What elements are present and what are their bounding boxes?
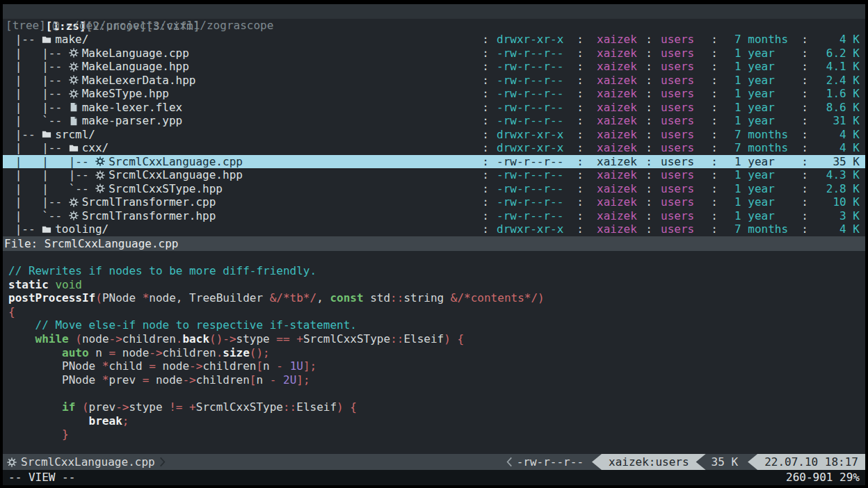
file-size: 8.6 K	[812, 101, 865, 115]
tree-branch: | `--	[8, 114, 69, 128]
tree-branch: |--	[8, 128, 42, 142]
file-name: SrcmlCxxSType.hpp	[108, 182, 223, 196]
column-separator: :	[694, 155, 734, 169]
file-owner: xaizek	[597, 114, 637, 128]
file-group: users	[661, 141, 694, 155]
column-separator: :	[474, 141, 497, 155]
file-name: make-parser.ypp	[82, 114, 183, 128]
file-name: tooling/	[55, 222, 108, 236]
column-separator: :	[474, 33, 497, 47]
file-size: 4 K	[812, 141, 865, 155]
preview-pane[interactable]: // Rewrites if nodes to be more diff-fri…	[3, 251, 865, 454]
vifm-path-line: [tree] @ ~/dev/projects/cxx11/zograscope	[3, 19, 865, 33]
file-owner: xaizek	[597, 182, 637, 196]
file-group: users	[661, 87, 694, 101]
file-mtime: 1 year	[734, 168, 797, 182]
column-separator: :	[474, 182, 497, 196]
file-owner: xaizek	[597, 195, 637, 209]
file-row[interactable]: | |-- MakeLexerData.hpp:-rw-r--r--:xaize…	[3, 74, 865, 88]
file-row[interactable]: | |-- cxx/:drwxr-xr-x:xaizek:users:7 mon…	[3, 141, 865, 155]
file-permissions: -rw-r--r--	[497, 101, 563, 115]
file-mtime: 1 year	[734, 47, 797, 60]
column-separator: :	[563, 101, 597, 115]
chevron-right-icon	[159, 457, 166, 467]
column-separator: :	[797, 182, 812, 196]
column-separator: :	[563, 168, 597, 182]
file-mtime: 1 year	[734, 60, 797, 74]
column-separator: :	[694, 33, 734, 47]
file-row[interactable]: | |-- MakeSType.hpp:-rw-r--r--:xaizek:us…	[3, 87, 865, 101]
column-separator: :	[637, 128, 661, 142]
file-row[interactable]: | | `-- SrcmlCxxSType.hpp:-rw-r--r--:xai…	[3, 182, 865, 196]
file-group: users	[661, 195, 694, 209]
column-separator: :	[797, 33, 812, 47]
file-name: MakeLanguage.hpp	[82, 60, 189, 74]
file-name: SrcmlCxxLanguage.hpp	[108, 168, 243, 182]
column-separator: :	[637, 74, 661, 88]
file-mtime: 1 year	[734, 155, 797, 169]
column-separator: :	[474, 101, 497, 115]
chevron-left-icon	[506, 457, 513, 467]
cpp-icon	[7, 457, 17, 467]
file-owner: xaizek	[597, 155, 637, 169]
file-name: srcml/	[55, 128, 95, 142]
doc-icon	[69, 102, 82, 112]
file-permissions: -rw-r--r--	[497, 209, 563, 223]
file-group: users	[661, 33, 694, 47]
column-separator: :	[797, 128, 812, 142]
tree-branch: |--	[8, 222, 42, 236]
code-line: PNode *prev = node->children[n - 2U];	[8, 373, 865, 387]
column-separator: :	[637, 101, 661, 115]
file-size: 4 K	[812, 222, 865, 236]
file-owner: xaizek	[597, 47, 637, 60]
status-perms: -rw-r--r--	[513, 454, 592, 470]
file-mtime: 1 year	[734, 87, 797, 101]
file-group: users	[661, 155, 694, 169]
tree-branch: | |--	[8, 47, 69, 60]
column-separator: :	[637, 155, 661, 169]
file-permissions: -rw-r--r--	[497, 182, 563, 196]
file-row[interactable]: |-- tooling/:drwxr-xr-x:xaizek:users:7 m…	[3, 222, 865, 236]
file-row[interactable]: | | |-- SrcmlCxxLanguage.hpp:-rw-r--r--:…	[3, 168, 865, 182]
file-group: users	[661, 60, 694, 74]
tree-branch: | | |--	[8, 168, 95, 182]
column-separator: :	[797, 209, 812, 223]
file-size: 2.4 K	[812, 74, 865, 88]
file-permissions: drwxr-xr-x	[497, 141, 563, 155]
file-row[interactable]: |-- srcml/:drwxr-xr-x:xaizek:users:7 mon…	[3, 128, 865, 142]
file-name: cxx/	[82, 141, 109, 155]
column-separator: :	[694, 141, 734, 155]
file-row[interactable]: | |-- make-lexer.flex:-rw-r--r--:xaizek:…	[3, 101, 865, 115]
file-owner: xaizek	[597, 101, 637, 115]
status-left: SrcmlCxxLanguage.cpp	[3, 454, 166, 470]
file-size: 4.3 K	[812, 168, 865, 182]
code-line: }	[8, 428, 865, 441]
column-separator: :	[563, 209, 597, 223]
code-line: PNode *child = node->children[n - 1U];	[8, 359, 865, 373]
file-row[interactable]: | `-- SrcmlTransformer.hpp:-rw-r--r--:xa…	[3, 209, 865, 223]
file-size: 4.1 K	[812, 60, 865, 74]
file-owner: xaizek	[597, 209, 637, 223]
column-separator: :	[694, 222, 734, 236]
file-row[interactable]: | |-- SrcmlTransformer.cpp:-rw-r--r--:xa…	[3, 195, 865, 209]
status-size: 35 K	[706, 454, 748, 470]
file-row[interactable]: | `-- make-parser.ypp:-rw-r--r--:xaizek:…	[3, 114, 865, 128]
file-row[interactable]: |-- make/:drwxr-xr-x:xaizek:users:7 mont…	[3, 33, 865, 47]
column-separator: :	[797, 87, 812, 101]
file-name: MakeLexerData.hpp	[82, 74, 196, 88]
tree-branch: | | `--	[8, 182, 95, 196]
file-row[interactable]: | |-- MakeLanguage.hpp:-rw-r--r--:xaizek…	[3, 60, 865, 74]
file-permissions: -rw-r--r--	[497, 74, 563, 88]
column-separator: :	[694, 60, 734, 74]
column-separator: :	[694, 128, 734, 142]
file-row[interactable]: | | |-- SrcmlCxxLanguage.cpp:-rw-r--r--:…	[3, 155, 865, 169]
column-separator: :	[637, 195, 661, 209]
column-separator: :	[694, 87, 734, 101]
column-separator: :	[563, 60, 597, 74]
column-separator: :	[563, 155, 597, 169]
file-name: make/	[55, 33, 88, 47]
cpp-icon	[69, 89, 82, 99]
column-separator: :	[797, 141, 812, 155]
cpp-icon	[95, 156, 108, 166]
file-row[interactable]: | |-- MakeLanguage.cpp:-rw-r--r--:xaizek…	[3, 47, 865, 60]
